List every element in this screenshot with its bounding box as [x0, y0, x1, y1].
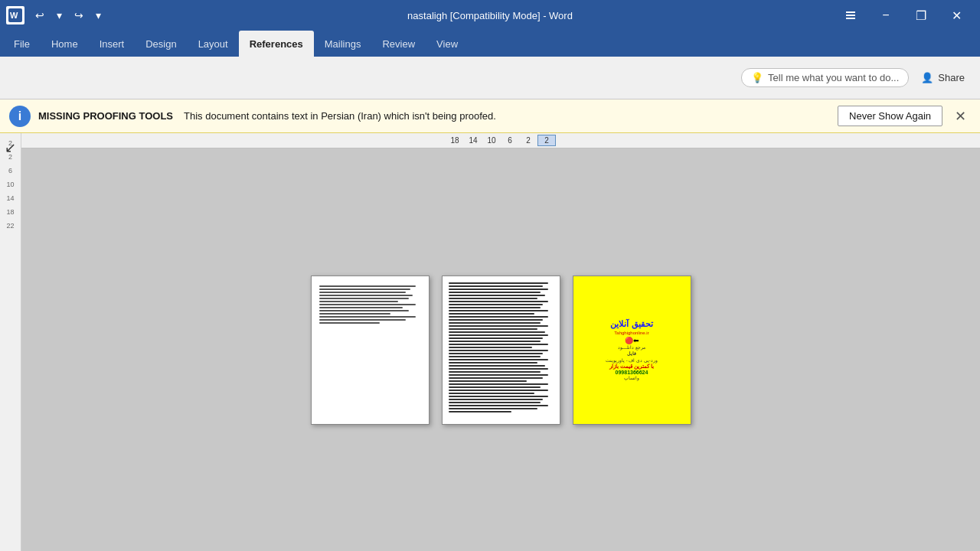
ruler-2-highlight: 2: [537, 135, 556, 146]
main-area: ↙ 2 2 6 10 14 18 22 18 14 10 6 2 2: [0, 133, 980, 551]
tab-layout[interactable]: Layout: [188, 31, 239, 57]
undo-dropdown[interactable]: ▾: [52, 0, 67, 31]
ad-messenger: واتساپ: [624, 375, 639, 381]
page2-content: [443, 276, 560, 420]
ad-title: تحقیق آنلاین: [610, 318, 652, 329]
window-title: nastaligh [Compatibility Mode] - Word: [407, 10, 573, 21]
minimize-button[interactable]: −: [868, 0, 903, 31]
ribbon-content: 💡 Tell me what you want to do... 👤 Share: [0, 57, 980, 99]
restore-button[interactable]: ❐: [903, 0, 939, 31]
cursor-tool-icon: ↙: [5, 139, 16, 156]
svg-rect-2: [846, 18, 855, 19]
ad-line4: با کمترین قیمت بازار: [609, 364, 654, 370]
page2-text-lines: [449, 282, 554, 412]
close-warning-button[interactable]: ✕: [950, 109, 971, 123]
share-label: Share: [938, 72, 965, 83]
title-bar: W ↩ ▾ ↪ ▾ nastaligh [Compatibility Mode]…: [0, 0, 980, 31]
svg-rect-4: [846, 15, 855, 16]
close-icon: ✕: [955, 109, 966, 124]
ruler-18: 18: [446, 136, 464, 145]
svg-text:W: W: [10, 11, 18, 20]
share-button[interactable]: 👤 Share: [915, 69, 971, 86]
tab-view[interactable]: View: [426, 31, 469, 57]
top-ruler: 18 14 10 6 2 2: [21, 133, 980, 148]
ruler-14: 14: [464, 136, 482, 145]
ruler-num-6: 6: [6, 164, 14, 178]
ad-line1: مرجع دانلـــود: [618, 344, 645, 350]
undo-button[interactable]: ↩: [31, 0, 49, 31]
left-sidebar: ↙ 2 2 6 10 14 18 22: [0, 133, 21, 551]
tab-mailings[interactable]: Mailings: [314, 31, 372, 57]
warning-title: MISSING PROOFING TOOLS: [38, 110, 173, 122]
tab-insert[interactable]: Insert: [89, 31, 136, 57]
ribbon-toggle-button[interactable]: [833, 0, 868, 31]
page3-ad-content: تحقیق آنلاین Tahghighonline.ir 🔴⬅ مرجع د…: [573, 276, 691, 424]
quick-access-dropdown[interactable]: ▾: [91, 0, 106, 31]
ad-line2: فایل: [627, 350, 636, 357]
ad-phone: 09981366624: [616, 370, 648, 375]
lightbulb-icon: 💡: [751, 72, 763, 83]
tell-me-box[interactable]: 💡 Tell me what you want to do...: [741, 68, 909, 87]
page-1-thumbnail: [311, 276, 430, 425]
ruler-num-18: 18: [6, 205, 14, 219]
document-canvas: 18 14 10 6 2 2: [21, 133, 980, 551]
redo-button[interactable]: ↪: [70, 0, 88, 31]
ruler-num-22: 22: [6, 219, 14, 233]
tab-references[interactable]: References: [239, 31, 314, 57]
person-icon: 👤: [921, 72, 933, 83]
ad-line3: ورد-پی دی اف - پاورپوینت: [606, 357, 658, 364]
page-3-thumbnail: تحقیق آنلاین Tahghighonline.ir 🔴⬅ مرجع د…: [573, 276, 691, 425]
pages-area: تحقیق آنلاین Tahghighonline.ir 🔴⬅ مرجع د…: [21, 148, 980, 551]
info-icon: i: [9, 106, 31, 127]
ad-url: Tahghighonline.ir: [614, 331, 648, 335]
page-2-thumbnail: [442, 276, 560, 425]
ruler-2: 2: [519, 136, 537, 145]
ribbon-tabs: File Home Insert Design Layout Reference…: [0, 31, 980, 57]
never-show-again-button[interactable]: Never Show Again: [838, 106, 942, 126]
word-icon: W: [6, 6, 24, 24]
warning-message: This document contains text in Persian (…: [184, 110, 496, 122]
close-button[interactable]: ✕: [939, 0, 974, 31]
ruler-num-14: 14: [6, 191, 14, 205]
tab-file[interactable]: File: [3, 31, 41, 57]
ruler-10: 10: [482, 136, 501, 145]
window-controls: − ❐ ✕: [833, 0, 974, 31]
ribbon: File Home Insert Design Layout Reference…: [0, 31, 980, 99]
tab-review[interactable]: Review: [371, 31, 426, 57]
svg-rect-3: [846, 11, 855, 13]
tell-me-text: Tell me what you want to do...: [768, 72, 899, 83]
ruler-num-10: 10: [6, 178, 14, 191]
title-bar-left: W ↩ ▾ ↪ ▾: [6, 0, 106, 31]
warning-bar: i MISSING PROOFING TOOLS This document c…: [0, 99, 980, 133]
page1-content: [312, 276, 429, 331]
tab-home[interactable]: Home: [41, 31, 89, 57]
tab-design[interactable]: Design: [135, 31, 187, 57]
ruler-6: 6: [501, 136, 519, 145]
ruler-marks: 18 14 10 6 2 2: [446, 135, 556, 146]
page1-text-lines: [319, 285, 421, 324]
